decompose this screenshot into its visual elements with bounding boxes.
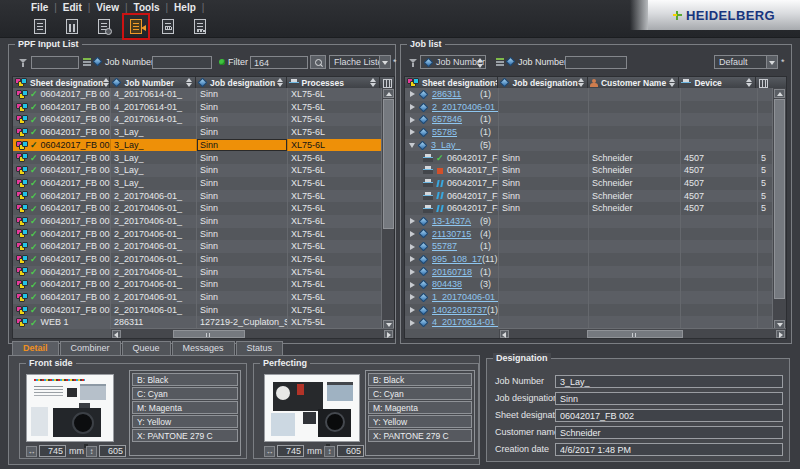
ppf-table-row[interactable]: ✓06042017_FB 0022_20170406-01_SinnXL75-6… [13,266,382,279]
ppf-table-row[interactable]: ✓06042017_FB 0022_20170406-01_SinnXL75-6… [13,202,382,215]
menu-item-edit[interactable]: Edit [57,2,88,13]
horizontal-scrollbar[interactable] [111,328,394,338]
ppf-table-row[interactable]: ✓06042017_FB 0013_Lay_SinnXL75-6L [13,126,382,139]
job-number-link[interactable]: 4_20170614-01_ [432,316,499,329]
job-number-link[interactable]: 14022018737 [432,304,487,317]
ppf-table-row[interactable]: ✓06042017_FB 0054_20170614-01_SinnXL75-6… [13,113,382,126]
column-header-job-designation[interactable]: Job designation [196,77,287,88]
job-group-row[interactable]: 2_20170406-01_(5) [405,101,773,114]
field-customer-name-input[interactable] [555,426,783,439]
job-number-link[interactable]: 804438 [432,278,462,291]
sheet-width-input[interactable] [39,445,66,457]
job-sheet-row[interactable]: 06042017_FB 003SinnSchneider45075 [405,177,773,190]
job-group-row[interactable]: 20160718(1) [405,266,773,279]
field-job-number-input[interactable] [555,375,783,388]
menu-item-view[interactable]: View [90,2,125,13]
filter-input[interactable] [250,56,308,69]
scrollbar-thumb[interactable] [774,99,785,299]
vertical-scrollbar[interactable] [381,88,394,330]
ppf-table-row[interactable]: ✓06042017_FB 0023_Lay_SinnXL75-6L [13,139,382,152]
ppf-table-row[interactable]: ✓06042017_FB 0043_Lay_SinnXL75-6L [13,164,382,177]
expand-arrow-icon[interactable] [410,256,415,262]
ppf-table-row[interactable]: ✓06042017_FB 0042_20170406-01_SinnXL75-6… [13,228,382,241]
job-group-row[interactable]: 657846(1) [405,113,773,126]
expand-arrow-icon[interactable] [410,91,415,97]
column-chooser-button[interactable] [756,77,786,88]
color-item-c-cyan[interactable]: C: Cyan [368,387,472,400]
job-group-row[interactable]: 21130715(4) [405,228,773,241]
column-header-processes[interactable]: Processes [287,77,380,88]
ppf-table-row[interactable]: ✓06042017_FB 0012_20170406-01_SinnXL75-6… [13,190,382,203]
expand-arrow-icon[interactable] [410,269,415,275]
expand-arrow-icon[interactable] [410,231,415,237]
expand-arrow-icon[interactable] [410,104,415,110]
job-group-row[interactable]: 804438(3) [405,278,773,291]
printer-settings-button[interactable] [92,15,116,38]
color-item-b-black[interactable]: B: Black [368,373,472,386]
menu-item-tools[interactable]: Tools [128,2,166,13]
tab-combiner[interactable]: Combiner [60,341,121,355]
job-number-link[interactable]: 286311 [432,88,461,101]
scroll-right-button[interactable] [776,330,785,338]
view-dropdown[interactable]: Flache Liste [329,55,391,69]
job-group-row[interactable]: 3_Lay_(5) [405,139,773,152]
job-number-link[interactable]: 2_20170406-01_ [432,101,499,114]
field-creation-date-input[interactable] [555,443,783,456]
job-number-link[interactable]: 657846 [432,113,462,126]
job-number-link[interactable]: 20160718 [432,266,472,279]
expand-arrow-icon[interactable] [410,320,415,326]
scrollbar-thumb[interactable] [173,330,245,338]
job-group-row[interactable]: 55787(1) [405,240,773,253]
job-number-link[interactable]: 13-1437A [432,215,471,228]
document-list-button[interactable] [188,15,212,38]
expand-arrow-icon[interactable] [410,129,415,135]
column-header-sheet-designation[interactable]: Sheet designation [405,77,498,88]
color-item-x-pantone-279-c[interactable]: X: PANTONE 279 C [368,429,472,442]
column-header-device[interactable]: Device [679,77,756,88]
scrollbar-thumb[interactable] [383,99,394,229]
scroll-left-button[interactable] [500,330,509,338]
ppf-table-row[interactable]: ✓06042017_FB 0053_Lay_SinnXL75-6L [13,177,382,190]
column-chooser-button[interactable] [380,77,394,88]
menu-item-help[interactable]: Help [168,2,202,13]
job-number-input[interactable] [152,56,212,69]
ppf-table-row[interactable]: ✓06042017_FB 0044_20170614-01_SinnXL75-6… [13,101,382,114]
tab-messages[interactable]: Messages [172,341,235,355]
ppf-table-row[interactable]: ✓06042017_FB 0052_20170406-01_SinnXL75-6… [13,304,382,317]
expand-arrow-icon[interactable] [410,282,415,288]
scrollbar-thumb[interactable] [587,330,683,338]
color-item-y-yellow[interactable]: Y: Yellow [132,415,238,428]
ppf-table-row[interactable]: ✓06042017_FB 0033_Lay_SinnXL75-6L [13,151,382,164]
job-group-row[interactable]: 14022018737(1) [405,304,773,317]
job-number-input[interactable] [565,56,627,69]
job-group-row[interactable]: 13-1437A(9) [405,215,773,228]
color-item-y-yellow[interactable]: Y: Yellow [368,415,472,428]
color-item-b-black[interactable]: B: Black [132,373,238,386]
tab-detail[interactable]: Detail [12,341,59,355]
field-job-designation-input[interactable] [555,392,783,405]
open-document-button[interactable] [28,15,52,38]
expand-arrow-icon[interactable] [410,307,415,313]
scroll-up-button[interactable] [774,89,785,98]
color-item-c-cyan[interactable]: C: Cyan [132,387,238,400]
expand-arrow-icon[interactable] [410,117,415,123]
job-group-row[interactable]: 995_108_17(11) [405,253,773,266]
job-group-row[interactable]: 286311(1) [405,88,773,101]
scroll-up-button[interactable] [383,89,394,98]
job-number-link[interactable]: 995_108_17 [432,253,482,266]
color-item-m-magenta[interactable]: M: Magenta [132,401,238,414]
column-header-job-designation[interactable]: Job designation [498,77,587,88]
job-group-row[interactable]: 1_20170406-01_(4) [405,291,773,304]
job-sheet-row[interactable]: 06042017_FB 002SinnSchneider45075 [405,164,773,177]
print-statistics-button[interactable] [60,15,84,38]
job-number-link[interactable]: 1_20170406-01_ [432,291,499,304]
column-header-job-number[interactable]: Job Number [110,77,196,88]
job-number-link[interactable]: 3_Lay_ [431,139,461,152]
collapse-arrow-icon[interactable] [409,143,415,148]
column-header-sheet-designation[interactable]: Sheet designation [13,77,110,88]
ppf-table-row[interactable]: ✓06042017_FB 0032_20170406-01_SinnXL75-6… [13,278,382,291]
menu-item-file[interactable]: File [25,2,54,13]
document-report-button[interactable] [156,15,180,38]
quick-filter-input[interactable] [31,56,79,69]
job-sheet-row[interactable]: 06042017_FB 001SinnSchneider45075 [405,151,773,164]
